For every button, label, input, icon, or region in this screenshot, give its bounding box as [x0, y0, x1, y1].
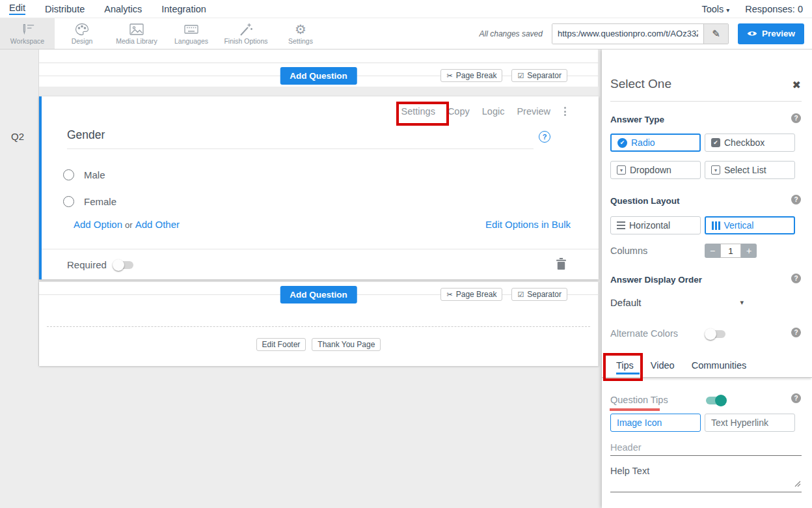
help-text-field[interactable]: [610, 479, 802, 492]
dashed-divider: [47, 326, 590, 327]
nav-integration[interactable]: Integration: [161, 4, 206, 14]
add-question-button[interactable]: Add Question: [280, 286, 357, 303]
survey-url-box: ✎: [552, 23, 729, 44]
row-buttons: ✂Page Break ☑Separator: [440, 288, 567, 301]
help-icon[interactable]: ?: [791, 274, 801, 283]
nav-analytics[interactable]: Analytics: [104, 4, 142, 14]
columns-stepper: − 1 +: [705, 244, 757, 258]
question-title[interactable]: Gender: [67, 128, 105, 142]
delete-question-icon[interactable]: [556, 258, 566, 272]
edit-footer-button[interactable]: Edit Footer: [256, 338, 306, 351]
question-number-gutter: [0, 49, 39, 366]
tab-tips[interactable]: Tips: [616, 360, 634, 371]
question-title-underline: [67, 148, 534, 149]
preview-label: Preview: [762, 29, 795, 38]
thank-you-page-button[interactable]: Thank You Page: [312, 338, 381, 351]
answer-type-dropdown-button[interactable]: ▾Dropdown: [610, 161, 701, 179]
vertical-bars-icon: [712, 221, 720, 230]
add-question-row-bottom: Add Question ✂Page Break ☑Separator: [39, 282, 598, 305]
tools-label: Tools: [701, 4, 724, 14]
layout-horizontal-button[interactable]: Horizontal: [610, 216, 701, 234]
nav-distribute[interactable]: Distribute: [45, 4, 85, 14]
toolbar-tab-media-library[interactable]: Media Library: [109, 18, 164, 49]
required-toggle[interactable]: [114, 261, 133, 269]
more-options-icon[interactable]: [563, 106, 567, 117]
top-nav: Edit Distribute Analytics Integration To…: [0, 0, 812, 18]
layout-vertical-button[interactable]: Vertical: [705, 216, 795, 234]
help-icon[interactable]: ?: [791, 113, 801, 123]
question-copy-button[interactable]: Copy: [448, 106, 470, 117]
question-preview-button[interactable]: Preview: [517, 106, 550, 117]
help-icon[interactable]: ?: [791, 328, 801, 337]
question-tips-toggle[interactable]: [706, 397, 725, 404]
active-tab-underline: [616, 373, 640, 374]
row-buttons: ✂Page Break ☑Separator: [440, 69, 567, 82]
answer-type-select-list-button[interactable]: ▾Select List: [705, 161, 795, 179]
image-icon-button[interactable]: Image Icon: [610, 414, 701, 432]
columns-value: 1: [720, 244, 741, 258]
question-settings-panel: Select One ✖ Answer Type ? ✔Radio ✔Check…: [602, 49, 812, 508]
add-question-button[interactable]: Add Question: [280, 67, 357, 85]
text-hyperlink-button[interactable]: Text Hyperlink: [705, 414, 795, 432]
edit-url-button[interactable]: ✎: [703, 24, 728, 44]
editor-toolbar: Workspace Design Media Library Languages…: [0, 18, 812, 49]
tab-video[interactable]: Video: [651, 360, 675, 371]
toolbar-tab-finish-options[interactable]: Finish Options: [219, 18, 273, 49]
alternate-colors-label: Alternate Colors: [610, 328, 678, 339]
close-icon[interactable]: ✖: [792, 79, 801, 91]
increment-button[interactable]: +: [741, 244, 757, 258]
decrement-button[interactable]: −: [705, 244, 720, 258]
separator-button[interactable]: ☑Separator: [511, 288, 567, 301]
required-row: Required: [67, 259, 133, 270]
tip-button-label: Text Hyperlink: [711, 417, 768, 428]
radio-check-icon: ✔: [617, 138, 627, 148]
page-break-label: Page Break: [456, 71, 497, 80]
header-field[interactable]: [610, 439, 802, 456]
radio-button[interactable]: [63, 169, 74, 180]
add-option-link[interactable]: Add Option: [74, 219, 122, 230]
help-icon[interactable]: ?: [791, 195, 801, 205]
add-option-links: Add OptionorAdd Other: [74, 219, 180, 230]
toolbar-tab-settings[interactable]: ⚙ Settings: [273, 18, 328, 49]
help-icon[interactable]: ?: [791, 393, 801, 403]
panel-title: Select One: [610, 77, 671, 91]
layout-option-label: Horizontal: [629, 220, 670, 231]
add-question-row-top: Add Question ✂Page Break ☑Separator: [39, 63, 599, 87]
annotation-underline-question-tips: [610, 408, 660, 411]
toolbar-tab-label: Settings: [288, 37, 313, 45]
question-number: Q2: [11, 131, 24, 142]
question-help-icon[interactable]: ?: [539, 131, 550, 143]
question-logic-button[interactable]: Logic: [482, 106, 505, 117]
nav-edit[interactable]: Edit: [9, 3, 25, 15]
tools-menu[interactable]: Tools ▾: [701, 4, 729, 14]
separator-button[interactable]: ☑Separator: [511, 69, 567, 82]
resize-handle-icon[interactable]: [794, 478, 801, 490]
add-other-link[interactable]: Add Other: [135, 219, 180, 230]
answer-type-checkbox-button[interactable]: ✔Checkbox: [705, 134, 795, 152]
display-order-select[interactable]: Default ▾: [610, 297, 744, 308]
option-label[interactable]: Male: [84, 169, 105, 180]
save-status: All changes saved: [480, 29, 543, 38]
answer-type-radio-button[interactable]: ✔Radio: [610, 134, 701, 152]
eye-icon: [747, 30, 757, 37]
preview-button[interactable]: Preview: [738, 23, 804, 44]
responses-count[interactable]: Responses: 0: [745, 4, 803, 14]
finish-options-wand-icon: [239, 23, 253, 36]
toolbar-tab-languages[interactable]: Languages: [164, 18, 219, 49]
question-settings-button[interactable]: Settings: [401, 106, 435, 117]
page-break-button[interactable]: ✂Page Break: [440, 288, 502, 301]
tab-communities[interactable]: Communities: [692, 360, 747, 371]
media-library-icon: [129, 23, 144, 36]
toolbar-tab-label: Design: [72, 37, 93, 45]
question-card: Settings Copy Logic Preview Gender ? Mal…: [39, 96, 599, 279]
languages-keyboard-icon: [183, 23, 199, 36]
edit-options-in-bulk-link[interactable]: Edit Options in Bulk: [485, 219, 571, 230]
toolbar-right: All changes saved ✎ Preview: [480, 18, 804, 49]
toolbar-tab-workspace[interactable]: Workspace: [0, 18, 55, 49]
page-break-button[interactable]: ✂Page Break: [440, 69, 502, 82]
alternate-colors-toggle[interactable]: [706, 330, 725, 338]
survey-url-input[interactable]: [552, 24, 703, 44]
toolbar-tab-design[interactable]: Design: [55, 18, 109, 49]
option-label[interactable]: Female: [84, 196, 116, 207]
radio-button[interactable]: [63, 196, 74, 207]
